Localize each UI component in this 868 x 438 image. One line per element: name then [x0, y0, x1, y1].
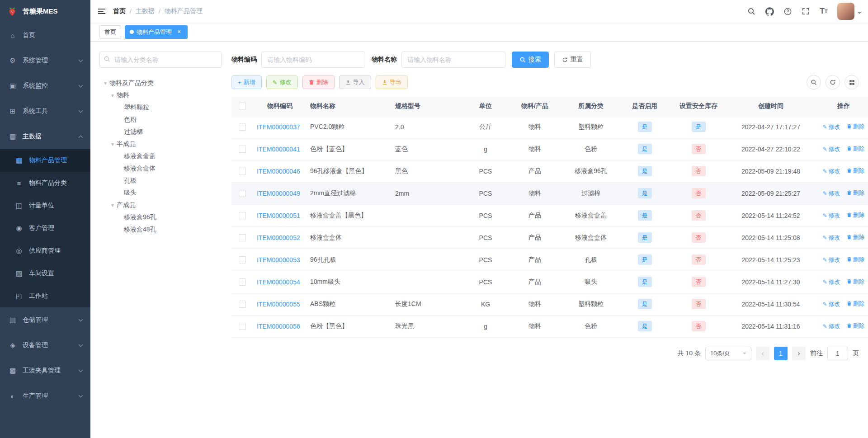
close-tab-icon[interactable]: × [175, 28, 183, 36]
sidebar-subitem-customer[interactable]: ◉客户管理 [0, 217, 90, 240]
delete-row-button[interactable]: 删除 [847, 322, 865, 330]
edit-row-button[interactable]: ✎修改 [822, 167, 840, 175]
edit-row-button[interactable]: ✎修改 [822, 234, 840, 242]
row-checkbox[interactable] [239, 278, 246, 286]
sidebar-item-master-data[interactable]: ▤主数据 [0, 124, 90, 149]
tree-expand-icon[interactable]: ▾ [108, 202, 117, 208]
sidebar-subitem-workstation[interactable]: ◰工作站 [0, 285, 90, 307]
delete-row-button[interactable]: 删除 [847, 167, 865, 175]
tree-expand-icon[interactable]: ▾ [101, 80, 109, 86]
search-icon[interactable] [742, 0, 760, 23]
item-code-link[interactable]: ITEM00000053 [257, 256, 300, 264]
item-code-link[interactable]: ITEM00000054 [257, 278, 300, 286]
category-search-input[interactable] [99, 52, 222, 68]
sidebar-item-monitor[interactable]: ▣系统监控 [0, 73, 90, 99]
breadcrumb-master-data[interactable]: 主数据 [136, 7, 155, 15]
tab-home[interactable]: 首页 [99, 25, 121, 39]
sidebar-item-warehouse[interactable]: ▥仓储管理 [0, 307, 90, 333]
tree-node[interactable]: 移液盒盒体 [99, 162, 222, 174]
delete-button[interactable]: 删除 [302, 75, 335, 89]
table-row[interactable]: ITEM00000037 PVC2.0颗粒 2.0 公斤 物料 塑料颗粒 是 是… [231, 116, 868, 138]
table-row[interactable]: ITEM00000049 2mm直径过滤棉 2mm PCS 物料 过滤棉 是 否… [231, 182, 868, 204]
delete-row-button[interactable]: 删除 [847, 189, 865, 197]
tree-node[interactable]: 色粉 [99, 113, 222, 126]
tree-node[interactable]: 吸头 [99, 187, 222, 199]
import-button[interactable]: 导入 [339, 75, 371, 89]
code-filter-input[interactable] [261, 52, 365, 68]
tree-node[interactable]: 过滤棉 [99, 126, 222, 138]
delete-row-button[interactable]: 删除 [847, 233, 865, 241]
prev-page-button[interactable]: ‹ [756, 347, 769, 360]
tree-node[interactable]: ▾产成品 [99, 199, 222, 211]
row-checkbox[interactable] [239, 301, 246, 308]
reset-button[interactable]: 重置 [554, 52, 591, 68]
sidebar-item-system[interactable]: ⚙系统管理 [0, 48, 90, 73]
refresh-icon[interactable] [826, 75, 840, 89]
fullscreen-icon[interactable] [797, 0, 815, 23]
export-button[interactable]: 导出 [376, 75, 408, 89]
edit-row-button[interactable]: ✎修改 [822, 278, 840, 286]
sidebar-subitem-supplier[interactable]: ◎供应商管理 [0, 240, 90, 262]
tree-expand-icon[interactable]: ▾ [108, 141, 117, 147]
table-row[interactable]: ITEM00000053 96孔孔板 PCS 产品 孔板 是 否 2022-05… [231, 249, 868, 271]
item-code-link[interactable]: ITEM00000041 [257, 146, 300, 153]
row-checkbox[interactable] [239, 123, 246, 131]
row-checkbox[interactable] [239, 212, 246, 219]
help-icon[interactable] [778, 0, 797, 23]
sidebar-item-fixture[interactable]: ▩工装夹具管理 [0, 358, 90, 383]
table-row[interactable]: ITEM00000046 96孔移液盒【黑色】 黑色 PCS 产品 移液盒96孔… [231, 160, 868, 182]
sidebar-subitem-workshop[interactable]: ▧车间设置 [0, 262, 90, 285]
edit-row-button[interactable]: ✎修改 [822, 212, 840, 220]
item-code-link[interactable]: ITEM00000037 [257, 123, 300, 131]
edit-row-button[interactable]: ✎修改 [822, 189, 840, 198]
sidebar-item-tools[interactable]: ⊞系统工具 [0, 99, 90, 124]
sidebar-item-production[interactable]: ◐生产管理 [0, 383, 90, 409]
delete-row-button[interactable]: 删除 [847, 278, 865, 286]
table-row[interactable]: ITEM00000041 色粉【蓝色】 蓝色 g 物料 色粉 是 否 2022-… [231, 138, 868, 160]
tree-expand-icon[interactable]: ▾ [108, 92, 117, 99]
page-number-button[interactable]: 1 [774, 347, 788, 360]
search-button[interactable]: 搜索 [512, 52, 549, 68]
table-row[interactable]: ITEM00000056 色粉【黑色】 珠光黑 g 物料 色粉 是 否 2022… [231, 315, 868, 337]
delete-row-button[interactable]: 删除 [847, 211, 865, 219]
delete-row-button[interactable]: 删除 [847, 300, 865, 308]
sidebar-item-equipment[interactable]: ◈设备管理 [0, 333, 90, 358]
row-checkbox[interactable] [239, 323, 246, 330]
table-row[interactable]: ITEM00000054 10mm吸头 PCS 产品 吸头 是 否 2022-0… [231, 271, 868, 293]
tree-node[interactable]: 移液盒96孔 [99, 211, 222, 223]
item-code-link[interactable]: ITEM00000051 [257, 212, 300, 219]
edit-row-button[interactable]: ✎修改 [822, 123, 840, 131]
item-code-link[interactable]: ITEM00000046 [257, 168, 300, 175]
user-menu[interactable] [837, 3, 862, 20]
table-row[interactable]: ITEM00000051 移液盒盒盖【黑色】 PCS 产品 移液盒盒盖 是 否 … [231, 204, 868, 226]
breadcrumb-home[interactable]: 首页 [113, 7, 126, 15]
delete-row-button[interactable]: 删除 [847, 122, 865, 131]
columns-grid-icon[interactable] [844, 75, 859, 89]
row-checkbox[interactable] [239, 256, 246, 264]
tree-node[interactable]: 孔板 [99, 174, 222, 187]
font-size-icon[interactable]: TT [815, 0, 833, 23]
tab-material-product[interactable]: 物料产品管理 × [125, 25, 188, 39]
avatar[interactable] [837, 3, 854, 20]
row-checkbox[interactable] [239, 190, 246, 197]
sidebar-subitem-measure-unit[interactable]: ◫计量单位 [0, 194, 90, 217]
table-row[interactable]: ITEM00000052 移液盒盒体 PCS 产品 移液盒盒体 是 否 2022… [231, 226, 868, 249]
toggle-search-icon[interactable] [807, 75, 821, 89]
edit-row-button[interactable]: ✎修改 [822, 145, 840, 153]
page-size-select[interactable]: 10条/页 [705, 347, 751, 360]
item-code-link[interactable]: ITEM00000049 [257, 190, 300, 197]
edit-row-button[interactable]: ✎修改 [822, 300, 840, 308]
github-icon[interactable] [760, 0, 778, 23]
hamburger-menu-icon[interactable] [90, 7, 113, 15]
tree-node[interactable]: 塑料颗粒 [99, 101, 222, 113]
name-filter-input[interactable] [401, 52, 505, 68]
table-row[interactable]: ITEM00000055 ABS颗粒 长度1CM KG 物料 塑料颗粒 是 否 … [231, 293, 868, 315]
add-button[interactable]: + 新增 [231, 75, 262, 89]
tree-node[interactable]: ▾物料 [99, 89, 222, 101]
edit-row-button[interactable]: ✎修改 [822, 322, 840, 330]
tree-node[interactable]: ▾半成品 [99, 138, 222, 150]
delete-row-button[interactable]: 删除 [847, 145, 865, 153]
row-checkbox[interactable] [239, 234, 246, 241]
goto-page-input[interactable] [827, 347, 848, 360]
delete-row-button[interactable]: 删除 [847, 255, 865, 264]
